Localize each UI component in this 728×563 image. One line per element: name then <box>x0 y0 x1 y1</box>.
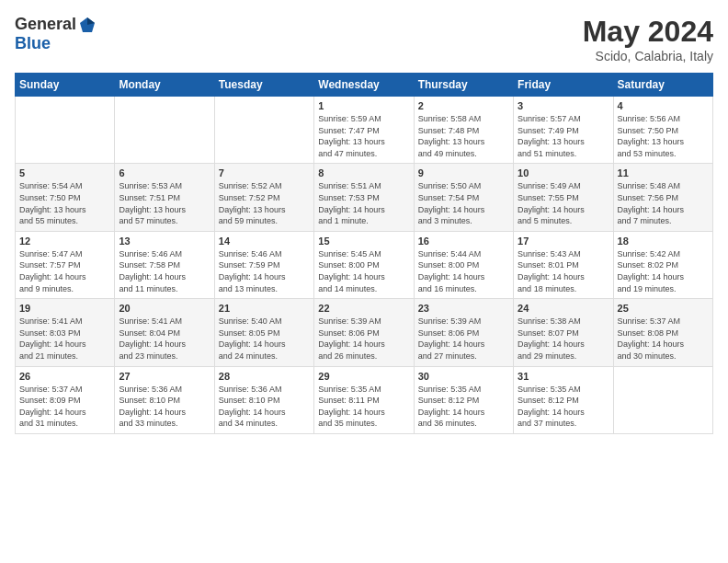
calendar-cell: 26Sunrise: 5:37 AM Sunset: 8:09 PM Dayli… <box>16 366 115 433</box>
title-block: May 2024 Scido, Calabria, Italy <box>583 15 713 63</box>
calendar-cell: 30Sunrise: 5:35 AM Sunset: 8:12 PM Dayli… <box>414 366 513 433</box>
day-number: 24 <box>518 303 609 314</box>
calendar-cell: 3Sunrise: 5:57 AM Sunset: 7:49 PM Daylig… <box>514 97 613 164</box>
logo: General Blue <box>15 15 97 53</box>
weekday-header-sunday: Sunday <box>16 74 115 97</box>
day-number: 1 <box>318 100 409 111</box>
calendar-week-row: 26Sunrise: 5:37 AM Sunset: 8:09 PM Dayli… <box>16 366 713 433</box>
calendar-cell: 23Sunrise: 5:39 AM Sunset: 8:06 PM Dayli… <box>414 299 513 366</box>
day-number: 6 <box>119 167 210 178</box>
calendar-cell: 11Sunrise: 5:48 AM Sunset: 7:56 PM Dayli… <box>613 164 712 231</box>
calendar-cell: 24Sunrise: 5:38 AM Sunset: 8:07 PM Dayli… <box>514 299 613 366</box>
day-number: 11 <box>618 167 709 178</box>
day-info: Sunrise: 5:59 AM Sunset: 7:47 PM Dayligh… <box>318 113 409 159</box>
logo-general: General <box>15 15 76 34</box>
weekday-header-saturday: Saturday <box>613 74 712 97</box>
day-number: 20 <box>119 303 210 314</box>
day-info: Sunrise: 5:46 AM Sunset: 7:59 PM Dayligh… <box>219 248 310 294</box>
calendar-cell: 16Sunrise: 5:44 AM Sunset: 8:00 PM Dayli… <box>414 231 513 298</box>
calendar-cell: 19Sunrise: 5:41 AM Sunset: 8:03 PM Dayli… <box>16 299 115 366</box>
day-info: Sunrise: 5:49 AM Sunset: 7:55 PM Dayligh… <box>518 180 609 226</box>
calendar-cell: 20Sunrise: 5:41 AM Sunset: 8:04 PM Dayli… <box>115 299 214 366</box>
calendar-cell: 25Sunrise: 5:37 AM Sunset: 8:08 PM Dayli… <box>613 299 712 366</box>
calendar-week-row: 5Sunrise: 5:54 AM Sunset: 7:50 PM Daylig… <box>16 164 713 231</box>
day-number: 18 <box>618 236 709 247</box>
day-info: Sunrise: 5:53 AM Sunset: 7:51 PM Dayligh… <box>119 180 210 226</box>
day-info: Sunrise: 5:41 AM Sunset: 8:04 PM Dayligh… <box>119 316 210 362</box>
day-info: Sunrise: 5:35 AM Sunset: 8:11 PM Dayligh… <box>318 384 409 430</box>
day-info: Sunrise: 5:42 AM Sunset: 8:02 PM Dayligh… <box>618 248 709 294</box>
day-info: Sunrise: 5:39 AM Sunset: 8:06 PM Dayligh… <box>318 316 409 362</box>
calendar-cell: 5Sunrise: 5:54 AM Sunset: 7:50 PM Daylig… <box>16 164 115 231</box>
day-number: 9 <box>418 167 509 178</box>
day-info: Sunrise: 5:44 AM Sunset: 8:00 PM Dayligh… <box>418 248 509 294</box>
calendar-cell: 14Sunrise: 5:46 AM Sunset: 7:59 PM Dayli… <box>214 231 313 298</box>
day-info: Sunrise: 5:43 AM Sunset: 8:01 PM Dayligh… <box>518 248 609 294</box>
weekday-header-row: SundayMondayTuesdayWednesdayThursdayFrid… <box>16 74 713 97</box>
day-number: 16 <box>418 236 509 247</box>
day-info: Sunrise: 5:50 AM Sunset: 7:54 PM Dayligh… <box>418 180 509 226</box>
calendar-cell: 31Sunrise: 5:35 AM Sunset: 8:12 PM Dayli… <box>514 366 613 433</box>
weekday-header-monday: Monday <box>115 74 214 97</box>
day-info: Sunrise: 5:41 AM Sunset: 8:03 PM Dayligh… <box>19 316 110 362</box>
day-number: 27 <box>119 371 210 382</box>
location-subtitle: Scido, Calabria, Italy <box>583 49 713 63</box>
day-number: 8 <box>318 167 409 178</box>
day-info: Sunrise: 5:58 AM Sunset: 7:48 PM Dayligh… <box>418 113 509 159</box>
day-info: Sunrise: 5:38 AM Sunset: 8:07 PM Dayligh… <box>518 316 609 362</box>
day-info: Sunrise: 5:57 AM Sunset: 7:49 PM Dayligh… <box>518 113 609 159</box>
day-number: 2 <box>418 100 509 111</box>
weekday-header-thursday: Thursday <box>414 74 513 97</box>
month-year-title: May 2024 <box>583 15 713 49</box>
day-number: 14 <box>219 236 310 247</box>
calendar-week-row: 19Sunrise: 5:41 AM Sunset: 8:03 PM Dayli… <box>16 299 713 366</box>
day-number: 25 <box>618 303 709 314</box>
calendar-week-row: 12Sunrise: 5:47 AM Sunset: 7:57 PM Dayli… <box>16 231 713 298</box>
calendar-cell: 7Sunrise: 5:52 AM Sunset: 7:52 PM Daylig… <box>214 164 313 231</box>
day-info: Sunrise: 5:52 AM Sunset: 7:52 PM Dayligh… <box>219 180 310 226</box>
weekday-header-wednesday: Wednesday <box>314 74 414 97</box>
day-number: 30 <box>418 371 509 382</box>
day-number: 12 <box>19 236 110 247</box>
day-info: Sunrise: 5:56 AM Sunset: 7:50 PM Dayligh… <box>618 113 709 159</box>
day-number: 31 <box>518 371 609 382</box>
day-info: Sunrise: 5:39 AM Sunset: 8:06 PM Dayligh… <box>418 316 509 362</box>
day-number: 29 <box>318 371 409 382</box>
calendar-cell: 12Sunrise: 5:47 AM Sunset: 7:57 PM Dayli… <box>16 231 115 298</box>
calendar-cell: 13Sunrise: 5:46 AM Sunset: 7:58 PM Dayli… <box>115 231 214 298</box>
day-info: Sunrise: 5:36 AM Sunset: 8:10 PM Dayligh… <box>219 384 310 430</box>
day-info: Sunrise: 5:51 AM Sunset: 7:53 PM Dayligh… <box>318 180 409 226</box>
day-info: Sunrise: 5:45 AM Sunset: 8:00 PM Dayligh… <box>318 248 409 294</box>
day-info: Sunrise: 5:35 AM Sunset: 8:12 PM Dayligh… <box>518 384 609 430</box>
calendar-cell: 18Sunrise: 5:42 AM Sunset: 8:02 PM Dayli… <box>613 231 712 298</box>
calendar-cell: 29Sunrise: 5:35 AM Sunset: 8:11 PM Dayli… <box>314 366 414 433</box>
day-number: 10 <box>518 167 609 178</box>
weekday-header-friday: Friday <box>514 74 613 97</box>
calendar-cell: 15Sunrise: 5:45 AM Sunset: 8:00 PM Dayli… <box>314 231 414 298</box>
day-number: 4 <box>618 100 709 111</box>
logo-blue: Blue <box>15 34 51 53</box>
calendar-cell: 1Sunrise: 5:59 AM Sunset: 7:47 PM Daylig… <box>314 97 414 164</box>
day-number: 3 <box>518 100 609 111</box>
calendar-cell <box>115 97 214 164</box>
page-header: General Blue May 2024 Scido, Calabria, I… <box>15 15 713 63</box>
day-info: Sunrise: 5:54 AM Sunset: 7:50 PM Dayligh… <box>19 180 110 226</box>
day-number: 15 <box>318 236 409 247</box>
day-number: 5 <box>19 167 110 178</box>
day-number: 19 <box>19 303 110 314</box>
day-info: Sunrise: 5:47 AM Sunset: 7:57 PM Dayligh… <box>19 248 110 294</box>
day-info: Sunrise: 5:37 AM Sunset: 8:09 PM Dayligh… <box>19 384 110 430</box>
day-number: 7 <box>219 167 310 178</box>
calendar-cell: 4Sunrise: 5:56 AM Sunset: 7:50 PM Daylig… <box>613 97 712 164</box>
calendar-cell <box>214 97 313 164</box>
weekday-header-tuesday: Tuesday <box>214 74 313 97</box>
day-number: 26 <box>19 371 110 382</box>
day-info: Sunrise: 5:40 AM Sunset: 8:05 PM Dayligh… <box>219 316 310 362</box>
day-info: Sunrise: 5:48 AM Sunset: 7:56 PM Dayligh… <box>618 180 709 226</box>
logo-flag-icon <box>78 16 97 34</box>
day-number: 23 <box>418 303 509 314</box>
day-info: Sunrise: 5:37 AM Sunset: 8:08 PM Dayligh… <box>618 316 709 362</box>
calendar-cell: 17Sunrise: 5:43 AM Sunset: 8:01 PM Dayli… <box>514 231 613 298</box>
day-number: 28 <box>219 371 310 382</box>
day-info: Sunrise: 5:36 AM Sunset: 8:10 PM Dayligh… <box>119 384 210 430</box>
